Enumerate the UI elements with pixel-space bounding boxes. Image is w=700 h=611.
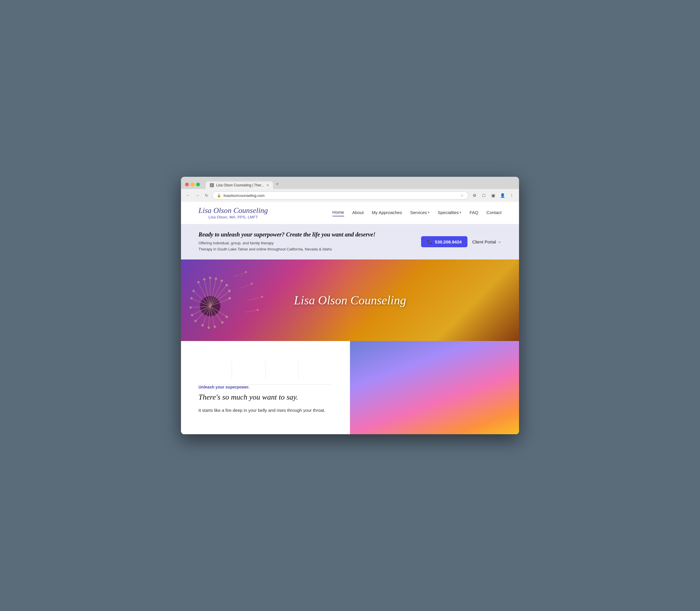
hero-sub2: Therapy in South Lake Tahoe and online t… — [199, 247, 375, 253]
close-button[interactable] — [185, 183, 189, 187]
lock-icon: 🔒 — [217, 193, 221, 197]
content-image — [350, 341, 519, 434]
maximize-button[interactable] — [196, 183, 200, 187]
browser-toolbar: ← → ↻ 🔒 lisaolsoncounseling.com ☆ ⚙ ⬡ ▣ … — [181, 189, 519, 202]
content-left: Unleash your superpower. There's so much… — [181, 341, 350, 434]
toolbar-icons: ⚙ ⬡ ▣ 👤 ⋮ — [471, 192, 515, 199]
tab-bar: L Lisa Olson Counseling | Ther... ✕ + — [206, 180, 515, 189]
client-portal-link[interactable]: Client Portal → — [472, 239, 501, 244]
active-tab[interactable]: L Lisa Olson Counseling | Ther... ✕ — [206, 181, 273, 189]
hero-banner: Ready to unleash your superpower? Create… — [181, 224, 519, 259]
profile-icon[interactable]: 👤 — [499, 192, 506, 199]
grid-col-3 — [265, 361, 299, 378]
traffic-lights — [185, 183, 200, 187]
nav-faq[interactable]: FAQ — [469, 210, 478, 216]
minimize-button[interactable] — [191, 183, 194, 187]
menu-icon[interactable]: ⋮ — [508, 192, 515, 199]
grid-lines — [199, 356, 332, 385]
grid-col-4 — [299, 361, 332, 378]
nav-about[interactable]: About — [352, 210, 364, 216]
site-logo: Lisa Olson Counseling Lisa Olson, MA, PP… — [199, 207, 268, 219]
nav-services[interactable]: Services ▾ — [410, 210, 429, 216]
reload-button[interactable]: ↻ — [203, 192, 210, 199]
grid-col-1 — [199, 361, 232, 378]
browser-titlebar: L Lisa Olson Counseling | Ther... ✕ + — [181, 177, 519, 189]
hero-image-text: Lisa Olson Counseling — [294, 293, 406, 307]
phone-button[interactable]: 📞 530.208.9424 — [421, 236, 467, 247]
nav-my-approaches[interactable]: My Approaches — [372, 210, 402, 216]
phone-number: 530.208.9424 — [435, 239, 462, 244]
phone-icon: 📞 — [427, 239, 433, 244]
nav-home[interactable]: Home — [333, 210, 344, 217]
address-bar[interactable]: 🔒 lisaolsoncounseling.com ☆ — [213, 191, 468, 199]
content-section: Unleash your superpower. There's so much… — [181, 341, 519, 434]
browser-window: L Lisa Olson Counseling | Ther... ✕ + ← … — [181, 177, 519, 434]
new-tab-button[interactable]: + — [273, 180, 281, 189]
superpower-label: Unleash your superpower. — [199, 385, 332, 389]
logo-name: Lisa Olson Counseling — [199, 207, 268, 215]
website-content: Lisa Olson Counseling Lisa Olson, MA, PP… — [181, 202, 519, 434]
url-text: lisaolsoncounseling.com — [223, 193, 458, 198]
hero-image: Lisa Olson Counseling — [181, 259, 519, 341]
nav-specialties[interactable]: Specialties ▾ — [438, 210, 462, 216]
site-header: Lisa Olson Counseling Lisa Olson, MA, PP… — [181, 202, 519, 224]
forward-button[interactable]: → — [194, 192, 201, 199]
extensions-icon[interactable]: ⚙ — [471, 192, 478, 199]
logo-credentials: Lisa Olson, MA, PPS, LMFT — [199, 215, 268, 219]
hero-actions: 📞 530.208.9424 Client Portal → — [421, 236, 501, 247]
share-icon[interactable]: ⬡ — [480, 192, 487, 199]
hero-text-block: Ready to unleash your superpower? Create… — [199, 231, 375, 253]
tab-close-icon[interactable]: ✕ — [266, 183, 269, 187]
content-title: There's so much you want to say. — [199, 392, 332, 402]
site-nav: Home About My Approaches Services ▾ Spec… — [333, 210, 501, 217]
sidebar-icon[interactable]: ▣ — [489, 192, 497, 199]
hero-headline: Ready to unleash your superpower? Create… — [199, 231, 375, 238]
back-button[interactable]: ← — [185, 192, 191, 199]
hero-sub1: Offering individual, group, and family t… — [199, 240, 375, 247]
specialties-chevron-icon: ▾ — [460, 211, 461, 214]
tab-title: Lisa Olson Counseling | Ther... — [216, 183, 264, 187]
services-chevron-icon: ▾ — [428, 211, 429, 214]
star-icon[interactable]: ☆ — [460, 193, 464, 198]
content-right — [350, 341, 519, 434]
grid-col-2 — [232, 361, 265, 378]
nav-contact[interactable]: Contact — [486, 210, 501, 216]
tab-favicon: L — [210, 183, 214, 187]
content-body: It starts like a fire deep in your belly… — [199, 406, 332, 414]
